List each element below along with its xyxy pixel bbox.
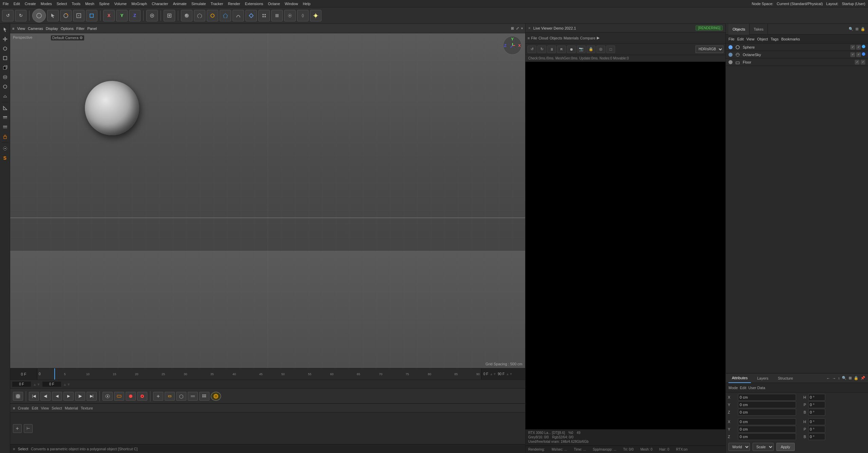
- scale-tool-button[interactable]: [73, 10, 85, 21]
- viewport-close-icon[interactable]: ×: [521, 26, 523, 31]
- viewport-menu-icon[interactable]: ≡: [12, 27, 14, 31]
- render-view-button[interactable]: [181, 10, 192, 21]
- live-viewer-close[interactable]: ×: [528, 26, 531, 31]
- mat-material-menu[interactable]: Material: [65, 406, 78, 410]
- z-pos-input[interactable]: [738, 409, 796, 416]
- mat-create-menu[interactable]: Create: [18, 406, 29, 410]
- menu-character[interactable]: Character: [152, 2, 168, 6]
- menu-window[interactable]: Window: [285, 2, 298, 6]
- fps-button[interactable]: [211, 392, 221, 401]
- lv-lock-btn[interactable]: 🔒: [587, 46, 595, 53]
- lv-objects-menu[interactable]: Objects: [550, 36, 562, 40]
- lv-reset-btn[interactable]: ↻: [537, 46, 546, 53]
- layout-value[interactable]: Startup (User): [842, 2, 865, 6]
- viewport-view-menu[interactable]: View: [17, 27, 25, 31]
- z2-input[interactable]: [738, 433, 796, 440]
- x-pos-input[interactable]: [738, 394, 796, 401]
- viewport-arrange-icon[interactable]: ⊞: [511, 26, 514, 31]
- light-button[interactable]: [310, 10, 321, 21]
- file-submenu[interactable]: File: [728, 37, 735, 41]
- object-button[interactable]: [220, 10, 231, 21]
- h2-input[interactable]: [808, 418, 825, 425]
- menu-render[interactable]: Render: [228, 2, 240, 6]
- world-select[interactable]: World Local: [728, 443, 750, 451]
- viewport-filter-menu[interactable]: Filter: [76, 27, 85, 31]
- sidebar-snap-icon[interactable]: [1, 144, 10, 153]
- lv-more-btn[interactable]: ▶: [597, 36, 599, 40]
- sidebar-select-icon[interactable]: [1, 25, 10, 34]
- select-tool-button[interactable]: [47, 10, 59, 21]
- menu-file[interactable]: File: [3, 2, 9, 6]
- menu-create[interactable]: Create: [25, 2, 36, 6]
- move-tool-button[interactable]: [32, 9, 46, 22]
- convert-material-button[interactable]: ⊢: [24, 424, 33, 433]
- sphere-check-1[interactable]: ✓: [850, 45, 855, 50]
- lv-refresh-btn[interactable]: ↺: [528, 46, 536, 53]
- sidebar-sphere-icon[interactable]: [1, 82, 10, 91]
- lv-file-menu[interactable]: File: [531, 36, 537, 40]
- deformer-button[interactable]: [233, 10, 244, 21]
- field-button[interactable]: [297, 10, 309, 21]
- grid-button[interactable]: [271, 10, 283, 21]
- render-button[interactable]: [13, 392, 23, 401]
- preview-start-input[interactable]: [42, 382, 61, 387]
- viewport-options-menu[interactable]: Options: [61, 27, 74, 31]
- x-axis-button[interactable]: X: [103, 10, 115, 21]
- status-menu-icon[interactable]: ≡: [13, 447, 15, 451]
- dots-button[interactable]: [199, 392, 209, 401]
- viewport-gizmo[interactable]: X Y Z: [503, 36, 522, 55]
- lv-pip-btn[interactable]: □: [606, 46, 615, 53]
- y2-input[interactable]: [738, 426, 796, 433]
- octanesky-check-2[interactable]: ✓: [856, 52, 861, 57]
- play-button[interactable]: ▶: [63, 392, 74, 401]
- floor-check-2[interactable]: ✓: [861, 60, 865, 65]
- attributes-tab[interactable]: Attributes: [728, 373, 751, 383]
- lv-record-btn[interactable]: ⏺: [567, 46, 576, 53]
- mat-view-menu[interactable]: View: [41, 406, 49, 410]
- lv-cloud-menu[interactable]: Cloud: [538, 36, 548, 40]
- menu-animate[interactable]: Animate: [173, 2, 186, 6]
- scale-select[interactable]: Scale Size: [753, 443, 774, 451]
- sidebar-cylinder-icon[interactable]: [1, 73, 10, 82]
- h-input[interactable]: [808, 394, 825, 401]
- sidebar-scale-icon[interactable]: [1, 54, 10, 63]
- mat-menu-icon[interactable]: ≡: [13, 406, 15, 410]
- mat-texture-menu[interactable]: Texture: [81, 406, 93, 410]
- view-submenu[interactable]: View: [746, 37, 755, 41]
- y-axis-button[interactable]: Y: [116, 10, 128, 21]
- attrs-filter-icon[interactable]: ⊞: [849, 376, 852, 380]
- octanesky-check-1[interactable]: ✓: [850, 52, 855, 57]
- constraint-button[interactable]: [176, 392, 186, 401]
- rotate-tool-button[interactable]: [60, 10, 72, 21]
- layers-tab[interactable]: Layers: [754, 373, 772, 383]
- attrs-mode-btn[interactable]: Mode: [728, 386, 738, 390]
- sidebar-box-icon[interactable]: [1, 63, 10, 72]
- current-frame-input[interactable]: [12, 382, 31, 387]
- goto-end-button[interactable]: ▶|: [87, 392, 97, 401]
- attrs-lock-btn[interactable]: 🔒: [854, 376, 858, 380]
- b-input[interactable]: [808, 409, 825, 416]
- new-object-button[interactable]: [164, 10, 175, 21]
- sphere-check-2[interactable]: ✓: [856, 45, 861, 50]
- tags-submenu[interactable]: Tags: [771, 37, 778, 41]
- lv-region-btn[interactable]: R: [557, 46, 566, 53]
- p-input[interactable]: [808, 401, 825, 408]
- undo-button[interactable]: ↺: [2, 10, 14, 21]
- b2-input[interactable]: [808, 433, 825, 440]
- object-submenu[interactable]: Object: [757, 37, 768, 41]
- menu-spline[interactable]: Spline: [99, 2, 110, 6]
- redo-button[interactable]: ↻: [15, 10, 26, 21]
- search-icon[interactable]: 🔍: [849, 27, 853, 31]
- menu-edit[interactable]: Edit: [14, 2, 20, 6]
- lock-icon[interactable]: 🔒: [861, 27, 865, 31]
- menu-help[interactable]: Help: [303, 2, 311, 6]
- attrs-up-btn[interactable]: ↑: [838, 376, 840, 380]
- menu-simulate[interactable]: Simulate: [191, 2, 206, 6]
- goto-start-button[interactable]: |◀: [29, 392, 39, 401]
- timeline-ruler[interactable]: 0 5 10 15 20 25 30 35 40 45 50 55 60 65 …: [37, 368, 481, 380]
- camera-label[interactable]: Default Camera ⚙: [51, 35, 84, 40]
- menu-tracker[interactable]: Tracker: [211, 2, 223, 6]
- lv-menu-icon[interactable]: ≡: [528, 36, 530, 40]
- viewport-cameras-menu[interactable]: Cameras: [28, 27, 43, 31]
- node-space-value[interactable]: Current (Standard/Physical): [777, 2, 823, 6]
